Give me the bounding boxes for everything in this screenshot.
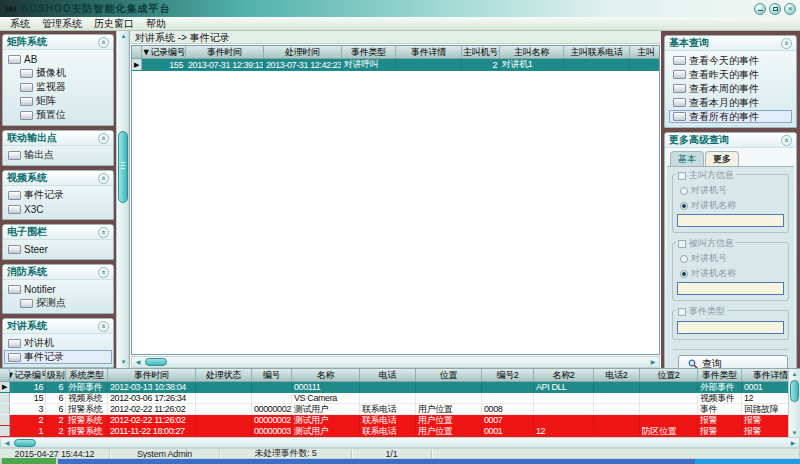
caller-name-input[interactable]	[677, 214, 784, 227]
query-button-label: 查看今天的事件	[689, 54, 759, 68]
column-header-6[interactable]: 编号	[252, 369, 292, 381]
sidebar-item-Notifier[interactable]: Notifier	[4, 282, 112, 296]
caller-checkbox[interactable]	[678, 172, 686, 180]
column-header-12[interactable]: 电话2	[594, 369, 640, 381]
sidebar-item-摄像机[interactable]: 摄像机	[4, 66, 112, 80]
bottom-horizontal-scrollbar[interactable]: ◀ ▶	[0, 437, 800, 448]
callee-checkbox[interactable]	[678, 240, 686, 248]
scroll-right-icon[interactable]: ▶	[647, 357, 659, 367]
collapse-chevron-icon[interactable]	[98, 227, 109, 238]
sidebar-item-事件记录[interactable]: 事件记录	[4, 350, 112, 364]
callee-name-input[interactable]	[677, 282, 784, 295]
sidebar-item-对讲机[interactable]: 对讲机	[4, 336, 112, 350]
menu-item-管理系统[interactable]: 管理系统	[37, 17, 87, 31]
event-type-input[interactable]	[677, 321, 784, 334]
column-header-14[interactable]: 事件类型	[698, 369, 742, 381]
bottom-vertical-scrollbar[interactable]: ▲ ▼	[788, 369, 800, 437]
column-header-9[interactable]: 位置	[416, 369, 482, 381]
collapse-chevron-icon[interactable]	[781, 38, 792, 49]
menu-item-历史窗口[interactable]: 历史窗口	[89, 17, 139, 31]
scrollbar-thumb[interactable]	[790, 380, 799, 402]
scrollbar-thumb[interactable]	[145, 358, 167, 366]
sidebar-group-title: 联动输出点	[7, 131, 57, 145]
query-button-查看昨天的事件[interactable]: 查看昨天的事件	[669, 68, 792, 81]
column-header-7[interactable]: 名称	[292, 369, 360, 381]
minimize-button[interactable]	[754, 3, 766, 15]
query-button-查看所有的事件[interactable]: 查看所有的事件	[669, 110, 792, 123]
main-horizontal-scrollbar[interactable]: ◀ ▶	[131, 356, 660, 368]
column-header-1[interactable]: ▼记录编号	[10, 369, 46, 381]
column-header-7[interactable]: 主叫名称	[500, 46, 564, 58]
menu-item-帮助[interactable]: 帮助	[141, 17, 171, 31]
table-row[interactable]: 156视频系统2012-03-06 17:26:34VS Camera视频事件1…	[0, 393, 800, 404]
query-button-查看今天的事件[interactable]: 查看今天的事件	[669, 54, 792, 67]
column-header-5[interactable]: 事件详情	[396, 46, 462, 58]
advanced-query-group: 更多高级查询 基本 更多 主叫方信息 对讲机号	[664, 132, 797, 368]
query-button-查看本周的事件[interactable]: 查看本周的事件	[669, 82, 792, 95]
column-header-3[interactable]: 处理时间	[264, 46, 342, 58]
caller-name-radio[interactable]	[680, 202, 688, 210]
column-header-9[interactable]: 主叫	[630, 46, 660, 58]
collapse-chevron-icon[interactable]	[98, 267, 109, 278]
sidebar-item-AB[interactable]: AB	[4, 52, 112, 66]
sidebar-item-事件记录[interactable]: 事件记录	[4, 188, 112, 202]
callee-name-radio[interactable]	[680, 270, 688, 278]
collapse-chevron-icon[interactable]	[98, 173, 109, 184]
sidebar-item-监视器[interactable]: 监视器	[4, 80, 112, 94]
scrollbar-thumb[interactable]	[14, 439, 36, 447]
sidebar-item-矩阵[interactable]: 矩阵	[4, 94, 112, 108]
column-header-1[interactable]: ▼记录编号	[142, 46, 186, 58]
menu-item-系统[interactable]: 系统	[5, 17, 35, 31]
column-header-8[interactable]: 主叫联系电话	[564, 46, 630, 58]
column-header-4[interactable]: 事件类型	[342, 46, 396, 58]
cell: 6	[46, 382, 66, 392]
caller-number-radio[interactable]	[680, 187, 688, 195]
scroll-up-icon[interactable]: ▲	[789, 369, 800, 379]
column-header-2[interactable]: 事件时间	[186, 46, 264, 58]
column-header-10[interactable]: 编号2	[482, 369, 534, 381]
query-button-查看本月的事件[interactable]: 查看本月的事件	[669, 96, 792, 109]
column-header-2[interactable]: 级别	[46, 369, 66, 381]
scroll-left-icon[interactable]: ◀	[1, 438, 13, 448]
cell: 报警系统	[66, 404, 108, 414]
close-button[interactable]: ×	[784, 3, 796, 15]
table-row[interactable]: 22报警系统2012-02-22 11:26:0200000002测试用户联系电…	[0, 415, 800, 426]
scroll-down-icon[interactable]: ▼	[789, 428, 800, 437]
column-header-3[interactable]: 系统类型	[66, 369, 108, 381]
tab-more[interactable]: 更多	[705, 151, 739, 166]
table-row[interactable]: 12报警系统2011-11-22 18:00:2700000003测试用户联系电…	[0, 426, 800, 437]
collapse-chevron-icon[interactable]	[98, 133, 109, 144]
cell: 2011-11-22 18:00:27	[108, 426, 196, 436]
collapse-chevron-icon[interactable]	[781, 135, 792, 146]
column-header-4[interactable]: 事件时间	[108, 369, 196, 381]
column-header-13[interactable]: 位置2	[640, 369, 698, 381]
tab-basic[interactable]: 基本	[670, 151, 704, 166]
sidebar-item-Steer[interactable]: Steer	[4, 242, 112, 256]
scroll-right-icon[interactable]: ▶	[787, 438, 799, 448]
scrollbar-thumb[interactable]	[118, 131, 128, 203]
scroll-left-icon[interactable]: ◀	[132, 357, 144, 367]
table-row[interactable]: ▶166外部事件2012-03-13 10:38:04000111API DLL…	[0, 382, 800, 393]
column-header-5[interactable]: 处理状态	[196, 369, 252, 381]
app-window: BOSHOO安防智能化集成平台 × 系统管理系统历史窗口帮助 矩阵系统AB摄像机…	[0, 0, 800, 464]
column-header-6[interactable]: 主叫机号	[462, 46, 500, 58]
sidebar-item-输出点[interactable]: 输出点	[4, 148, 112, 162]
sidebar-item-预置位[interactable]: 预置位	[4, 108, 112, 122]
node-icon	[8, 285, 21, 294]
sidebar-item-X3C[interactable]: X3C	[4, 202, 112, 216]
table-row[interactable]: 36报警系统2012-02-22 11:26:0200000002测试用户联系电…	[0, 404, 800, 415]
query-button-label: 查看昨天的事件	[689, 68, 759, 82]
sidebar-item-探测点[interactable]: 探测点	[4, 296, 112, 310]
column-header-8[interactable]: 电话	[360, 369, 416, 381]
maximize-button[interactable]	[769, 3, 781, 15]
collapse-chevron-icon[interactable]	[98, 37, 109, 48]
cell: 报警	[698, 415, 742, 425]
status-cell-1: 2015-04-27 15:44:12	[0, 449, 110, 458]
callee-number-radio[interactable]	[680, 255, 688, 263]
column-header-11[interactable]: 名称2	[534, 369, 594, 381]
query-button[interactable]: 查询	[678, 355, 788, 368]
event-type-checkbox[interactable]	[678, 308, 686, 316]
table-row[interactable]: ▶1552013-07-31 12:39:132013-07-31 12:42:…	[132, 59, 659, 71]
sidebar-scrollbar[interactable]: ▲ ▼	[116, 31, 129, 368]
collapse-chevron-icon[interactable]	[98, 321, 109, 332]
